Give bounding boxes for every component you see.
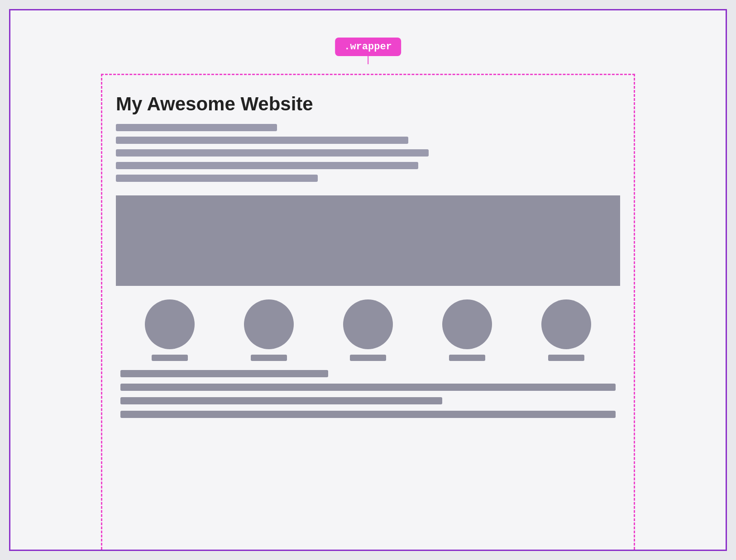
- bottom-text-line: [120, 370, 328, 377]
- bottom-text-line: [120, 384, 616, 391]
- text-lines-group: [116, 124, 620, 182]
- text-line: [116, 162, 418, 169]
- site-title: My Awesome Website: [116, 93, 620, 115]
- circle-item: [417, 299, 516, 361]
- circle-item: [319, 299, 418, 361]
- content-area: My Awesome Website: [102, 75, 634, 438]
- gray-banner: [116, 195, 620, 286]
- circle-avatar: [343, 299, 393, 349]
- circle-item: [516, 299, 616, 361]
- wrapper-label: .wrapper: [335, 38, 401, 56]
- circle-avatar: [244, 299, 294, 349]
- bottom-text-line: [120, 397, 442, 404]
- circle-label-line: [548, 355, 584, 361]
- circle-row: [116, 299, 620, 361]
- text-line: [116, 149, 429, 157]
- text-line: [116, 137, 408, 144]
- circle-avatar: [145, 299, 195, 349]
- bottom-text-line: [120, 411, 616, 418]
- circle-label-line: [350, 355, 386, 361]
- wrapper-box: My Awesome Website: [101, 74, 635, 550]
- circle-label-line: [251, 355, 287, 361]
- circle-item: [220, 299, 319, 361]
- text-line: [116, 124, 277, 131]
- bottom-lines-group: [116, 370, 620, 418]
- text-line: [116, 175, 318, 182]
- viewport-container: viewport .wrapper My Awesome Website: [9, 9, 727, 551]
- circle-avatar: [442, 299, 492, 349]
- circle-label-line: [152, 355, 188, 361]
- circle-item: [120, 299, 220, 361]
- circle-label-line: [449, 355, 485, 361]
- circle-avatar: [541, 299, 591, 349]
